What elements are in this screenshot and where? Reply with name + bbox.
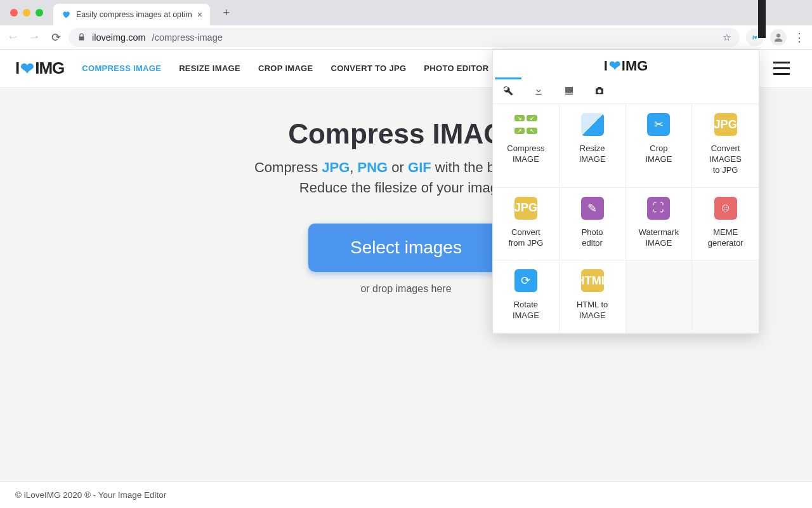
nav-arrows: ← → ⟳: [6, 30, 62, 44]
crop-icon: ✂: [647, 113, 670, 136]
tool-photo[interactable]: ✎ Photo editor: [560, 188, 626, 261]
popup-logo-i: I: [604, 58, 608, 74]
nav-compress[interactable]: COMPRESS IMAGE: [82, 64, 161, 73]
sub-jpg: JPG: [322, 159, 350, 175]
tool-compress[interactable]: ↘↙↗↖ Compress IMAGE: [493, 104, 560, 188]
wrench-icon: [502, 85, 514, 97]
sub-comma: ,: [350, 159, 357, 175]
new-tab-button[interactable]: +: [218, 4, 235, 22]
minimize-window-icon[interactable]: [23, 9, 30, 17]
popup-tab-camera[interactable]: [584, 78, 615, 104]
sub-pre: Compress: [254, 159, 322, 175]
sub-gif: GIF: [408, 159, 431, 175]
nav-edge-strip: [758, 0, 766, 38]
address-bar[interactable]: iloveimg.com/compress-image ☆: [69, 28, 740, 47]
site-footer: © iLoveIMG 2020 ® - Your Image Editor: [0, 481, 812, 508]
browser-menu-button[interactable]: ⋮: [793, 30, 806, 44]
compress-icon: ↘↙↗↖: [514, 113, 537, 136]
popup-logo[interactable]: I ❤ IMG: [604, 58, 648, 74]
smile-icon: ☺: [714, 197, 737, 220]
tool-label: Watermark IMAGE: [630, 227, 688, 249]
download-icon: [534, 86, 544, 96]
tools-grid: ↘↙↗↖ Compress IMAGE Resize IMAGE ✂ Crop …: [493, 104, 759, 333]
popup-tabs: [493, 78, 759, 104]
fromjpg-icon: JPG: [514, 197, 537, 220]
maximize-window-icon[interactable]: [36, 9, 43, 17]
sub-or: or: [388, 159, 408, 175]
nav-resize[interactable]: RESIZE IMAGE: [179, 64, 240, 73]
tool-html[interactable]: HTML HTML to IMAGE: [560, 260, 626, 333]
favicon-icon: [61, 10, 71, 20]
footer-text: © iLoveIMG 2020 ® - Your Image Editor: [15, 490, 166, 500]
close-window-icon[interactable]: [10, 9, 18, 17]
sub-line2: Reduce the filesize of your images: [299, 180, 513, 196]
tool-meme[interactable]: ☺ MEME generator: [692, 188, 759, 261]
tool-label: Crop IMAGE: [630, 144, 688, 165]
reload-button[interactable]: ⟳: [49, 30, 62, 44]
stamp-icon: ⛶: [647, 197, 670, 220]
tab-title: Easily compress images at optim: [76, 10, 192, 19]
forward-button[interactable]: →: [28, 30, 41, 44]
back-button[interactable]: ←: [6, 30, 19, 44]
select-images-button[interactable]: Select images: [308, 224, 504, 272]
tool-label: Resize IMAGE: [563, 144, 622, 165]
heart-icon: ❤: [20, 59, 34, 79]
logo-text-img: IMG: [35, 58, 64, 78]
popup-header: I ❤ IMG: [493, 50, 759, 78]
tool-empty: [692, 260, 759, 333]
tool-label: Compress IMAGE: [497, 144, 555, 165]
browser-tab[interactable]: Easily compress images at optim ×: [53, 4, 210, 25]
image-upload-icon: [563, 85, 575, 97]
url-path: /compress-image: [152, 32, 223, 43]
popup-logo-img: IMG: [622, 58, 648, 74]
extension-popup: I ❤ IMG ↘↙↗↖ Compress IMAGE Resize IMAGE…: [492, 50, 759, 334]
heart-icon: ❤: [609, 58, 620, 74]
profile-avatar[interactable]: [770, 29, 787, 46]
tool-empty: [626, 260, 693, 333]
tool-fromjpg[interactable]: JPG Convert from JPG: [493, 188, 560, 261]
nav-crop[interactable]: CROP IMAGE: [258, 64, 313, 73]
nav-convert[interactable]: CONVERT TO JPG: [331, 64, 407, 73]
tool-label: HTML to IMAGE: [563, 300, 622, 321]
tool-watermark[interactable]: ⛶ Watermark IMAGE: [626, 188, 693, 261]
tool-label: MEME generator: [696, 227, 755, 249]
window-controls: [0, 9, 53, 17]
popup-tab-download[interactable]: [523, 78, 554, 104]
logo-text-i: I: [15, 58, 19, 78]
tool-tojpg[interactable]: JPG Convert IMAGES to JPG: [692, 104, 759, 188]
tool-label: Rotate IMAGE: [497, 300, 555, 321]
hamburger-menu-icon[interactable]: [766, 53, 797, 84]
pencil-icon: ✎: [581, 197, 604, 220]
tool-label: Convert from JPG: [497, 227, 555, 249]
popup-tab-upload[interactable]: [554, 78, 584, 104]
site-logo[interactable]: I ❤ IMG: [15, 58, 64, 78]
svg-point-0: [776, 34, 780, 37]
camera-icon: [594, 85, 605, 97]
tool-resize[interactable]: Resize IMAGE: [560, 104, 626, 188]
popup-tab-tools[interactable]: [493, 78, 523, 104]
close-tab-icon[interactable]: ×: [197, 10, 202, 20]
tojpg-icon: JPG: [714, 113, 737, 136]
tool-rotate[interactable]: ⟳ Rotate IMAGE: [493, 260, 560, 333]
tool-crop[interactable]: ✂ Crop IMAGE: [626, 104, 693, 188]
html-icon: HTML: [581, 269, 604, 292]
resize-icon: [581, 113, 604, 136]
browser-toolbar: ← → ⟳ iloveimg.com/compress-image ☆ I♥ ⋮: [0, 25, 812, 50]
sub-png: PNG: [358, 159, 388, 175]
tool-label: Photo editor: [563, 227, 622, 249]
url-host: iloveimg.com: [92, 32, 146, 43]
browser-tabstrip: Easily compress images at optim × +: [0, 0, 812, 25]
nav-photo-editor[interactable]: PHOTO EDITOR: [424, 64, 488, 73]
rotate-icon: ⟳: [514, 269, 537, 292]
tool-label: Convert IMAGES to JPG: [696, 144, 755, 176]
lock-icon: [77, 33, 86, 41]
bookmark-star-icon[interactable]: ☆: [723, 32, 731, 43]
